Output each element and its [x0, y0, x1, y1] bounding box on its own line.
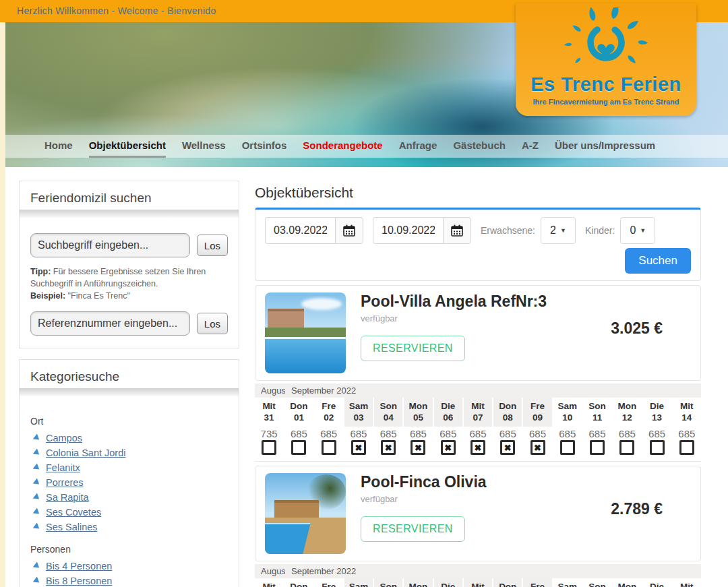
listing-price: 3.025 €: [611, 319, 663, 373]
nav-item[interactable]: A-Z: [522, 135, 539, 158]
tip-label: Tipp:: [30, 267, 51, 276]
day-checkbox[interactable]: [351, 440, 366, 455]
listing-title[interactable]: Pool-Finca Olivia: [361, 473, 611, 491]
arrow-bullet-icon: [33, 464, 41, 472]
day-checkbox[interactable]: [500, 440, 515, 455]
listing-photo[interactable]: [265, 473, 346, 554]
category-box-title: Kategoriesuche: [20, 360, 239, 388]
adults-label: Erwachsene:: [481, 225, 535, 236]
listing-photo[interactable]: [265, 292, 346, 373]
arrow-bullet-icon: [33, 523, 41, 532]
category-link[interactable]: Campos: [46, 433, 82, 443]
day-of-week: Son: [374, 582, 402, 587]
day-of-week: Son: [583, 582, 611, 587]
day-checkbox[interactable]: [619, 440, 634, 455]
day-checkbox[interactable]: [560, 440, 575, 455]
calendar-price-cell: 685: [523, 427, 551, 461]
day-checkbox[interactable]: [530, 440, 545, 455]
calendar-day: Die 06: [434, 578, 462, 587]
refnr-go-button[interactable]: Los: [197, 313, 228, 334]
day-number: 07: [464, 412, 492, 423]
nav-item-label: Über uns/Impressum: [555, 140, 655, 151]
calendar-price-cell: 685: [344, 427, 373, 461]
calendar-day: Son 04: [374, 398, 402, 427]
category-link[interactable]: Porreres: [46, 477, 84, 488]
day-number: 13: [642, 412, 671, 423]
day-checkbox[interactable]: [650, 440, 665, 455]
availability-status: verfügbar: [361, 313, 611, 323]
calendar-prev-month: Augus: [261, 385, 285, 396]
nav-item[interactable]: Ortsinfos: [242, 135, 287, 158]
category-link[interactable]: Ses Covetes: [46, 507, 101, 518]
category-link-row: Campos: [30, 431, 228, 445]
nav-item[interactable]: Home: [44, 135, 73, 158]
search-box-title: Feriendomizil suchen: [20, 181, 239, 210]
logo-tagline: Ihre Fincavermietung am Es Trenc Strand: [516, 98, 696, 106]
nav-item[interactable]: Wellness: [182, 135, 226, 158]
adults-value: 2: [550, 224, 556, 237]
arrow-bullet-icon: [33, 562, 41, 571]
day-of-week: Sam: [344, 401, 373, 411]
reserve-button[interactable]: RESERVIEREN: [361, 516, 465, 542]
day-checkbox[interactable]: [679, 440, 694, 455]
nav-item[interactable]: Über uns/Impressum: [555, 135, 655, 158]
category-link[interactable]: Bis 4 Personen: [46, 561, 112, 571]
day-number: 02: [315, 412, 343, 423]
nav-item[interactable]: Sonderangebote: [303, 135, 382, 158]
listing-title[interactable]: Pool-Villa Angela RefNr:3: [361, 292, 611, 311]
keyword-input[interactable]: [30, 233, 190, 257]
category-link[interactable]: Bis 8 Personen: [46, 576, 112, 586]
calendar-price-cell: 685: [404, 427, 432, 461]
calendar-day: Mit 31: [255, 398, 283, 427]
calendar-day: Mit 31: [255, 578, 283, 587]
calendar-day: Die 13: [642, 578, 671, 587]
day-checkbox[interactable]: [471, 440, 485, 455]
nav-item[interactable]: Gästebuch: [453, 135, 506, 158]
date-to-input[interactable]: [373, 217, 443, 244]
keyword-go-button[interactable]: Los: [197, 235, 228, 256]
category-groups: Ort Campos: [20, 397, 239, 587]
calendar-day: Mon 12: [613, 578, 641, 587]
day-checkbox[interactable]: [411, 440, 425, 455]
day-checkbox[interactable]: [322, 440, 336, 455]
listing-card: Pool-Villa Angela RefNr:3 verfügbar RESE…: [255, 285, 701, 381]
calendar-day: Son 11: [583, 398, 611, 427]
day-of-week: Don: [493, 582, 522, 587]
category-link-row: Sa Rapita: [30, 490, 228, 505]
day-checkbox[interactable]: [590, 440, 605, 455]
adults-select[interactable]: 2 ▼: [541, 217, 576, 244]
calendar-day: Mit 07: [464, 398, 492, 427]
calendar-day: Mit 14: [673, 398, 701, 427]
nav-item[interactable]: Anfrage: [399, 135, 437, 158]
nav-item-label: Ortsinfos: [242, 140, 287, 151]
category-link[interactable]: Ses Salines: [46, 522, 98, 532]
day-of-week: Die: [642, 401, 671, 411]
date-from-input[interactable]: [265, 217, 335, 244]
layout: Feriendomizil suchen Los Tipp: Für besse…: [5, 167, 728, 587]
refnr-input[interactable]: [30, 311, 190, 336]
children-select[interactable]: 0 ▼: [620, 217, 655, 244]
day-number: 05: [404, 412, 432, 423]
arrow-bullet-icon: [33, 449, 41, 458]
example-text: "Finca Es Trenc": [68, 291, 130, 301]
day-checkbox[interactable]: [262, 440, 276, 455]
day-checkbox[interactable]: [291, 440, 306, 455]
calendar-day: Mon 12: [613, 398, 641, 427]
category-links: Campos Colonia Sant Jordi: [30, 431, 228, 534]
day-checkbox[interactable]: [441, 440, 456, 455]
nav-item-label: Sonderangebote: [303, 140, 382, 151]
logo-box[interactable]: Es Trenc Ferien Ihre Fincavermietung am …: [516, 3, 696, 116]
reserve-button[interactable]: RESERVIEREN: [361, 336, 465, 361]
calendar-day: Sam 10: [553, 398, 582, 427]
category-link[interactable]: Sa Rapita: [46, 492, 89, 503]
arrow-bullet-icon: [33, 478, 41, 487]
example-label: Beispiel:: [30, 291, 65, 301]
date-from-calendar-button[interactable]: [335, 217, 363, 244]
search-submit-button[interactable]: Suchen: [625, 248, 691, 274]
category-link[interactable]: Colonia Sant Jordi: [46, 447, 126, 458]
category-link[interactable]: Felanitx: [46, 462, 80, 473]
day-checkbox[interactable]: [381, 440, 396, 455]
date-to-calendar-button[interactable]: [443, 217, 471, 244]
nav-item[interactable]: Objektübersicht: [89, 135, 166, 158]
date-from-group: [265, 217, 363, 244]
